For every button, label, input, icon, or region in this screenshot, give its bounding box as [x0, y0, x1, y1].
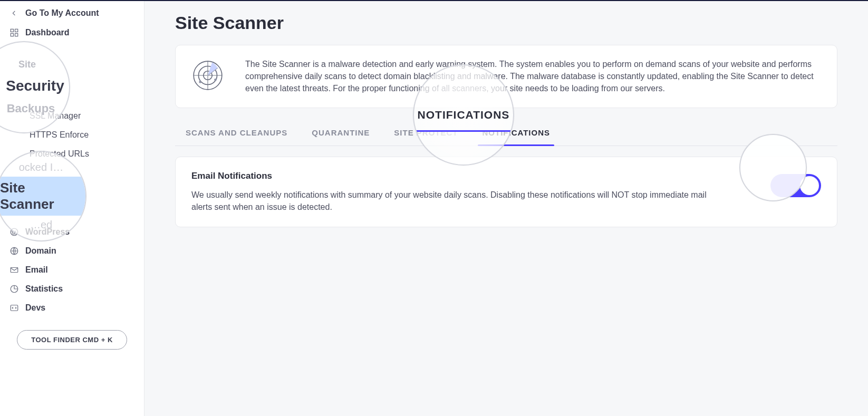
sidebar-spacer — [0, 42, 144, 107]
sidebar-sub-protected-urls[interactable]: Protected URLs — [0, 144, 144, 163]
globe-icon — [9, 246, 19, 256]
sidebar-item-wordpress[interactable]: WordPress — [0, 222, 144, 241]
email-label: Email — [25, 265, 48, 275]
sidebar-item-email[interactable]: Email — [0, 260, 144, 279]
devs-label: Devs — [25, 303, 45, 313]
intro-description: The Site Scanner is a malware detection … — [245, 58, 822, 95]
sidebar-item-speed[interactable]: Speed — [0, 204, 144, 222]
svg-rect-2 — [11, 34, 13, 36]
sidebar-item-domain[interactable]: Domain — [0, 241, 144, 260]
tool-finder-button[interactable]: Tool Finder CMD + K — [17, 330, 127, 350]
tab-notifications[interactable]: Notifications — [482, 120, 550, 146]
sidebar-sub-https-enforce[interactable]: HTTPS Enforce — [0, 125, 144, 144]
page-title: Site Scanner — [175, 13, 837, 33]
email-notifications-toggle[interactable] — [770, 174, 821, 197]
email-notifications-panel: Email Notifications We usually send week… — [175, 157, 837, 227]
scanner-tabs: Scans and Cleanups Quarantine Site Prote… — [175, 120, 837, 146]
sidebar: Go To My Account Dashboard Security SSL … — [0, 1, 144, 416]
pie-chart-icon — [9, 284, 19, 294]
intro-card: The Site Scanner is a malware detection … — [175, 45, 837, 108]
domain-label: Domain — [25, 246, 56, 256]
panel-title: Email Notifications — [191, 171, 719, 181]
main-content: Site Scanner The Site Scanner is a malwa… — [144, 1, 868, 416]
statistics-label: Statistics — [25, 284, 63, 294]
panel-description: We usually send weekly notifications wit… — [191, 189, 719, 213]
grid-icon — [9, 28, 19, 37]
svg-rect-3 — [15, 34, 18, 36]
tab-quarantine[interactable]: Quarantine — [312, 120, 370, 146]
svg-rect-8 — [11, 305, 18, 311]
svg-point-13 — [214, 79, 217, 81]
svg-rect-0 — [11, 29, 13, 32]
svg-rect-6 — [11, 268, 18, 273]
arrow-left-icon — [9, 8, 19, 18]
gauge-icon — [9, 208, 19, 218]
sidebar-item-devs[interactable]: Devs — [0, 298, 144, 317]
back-to-account-link[interactable]: Go To My Account — [0, 7, 144, 23]
tab-site-protect[interactable]: Site Protect — [394, 120, 458, 146]
wordpress-label: WordPress — [25, 227, 70, 237]
wordpress-icon — [9, 227, 19, 237]
dashboard-label: Dashboard — [25, 28, 70, 37]
back-label: Go To My Account — [25, 8, 99, 18]
radar-icon — [190, 58, 225, 93]
toggle-knob — [800, 176, 819, 195]
tab-scans-and-cleanups[interactable]: Scans and Cleanups — [186, 120, 287, 146]
sidebar-item-statistics[interactable]: Statistics — [0, 279, 144, 298]
mail-icon — [9, 265, 19, 275]
code-icon — [9, 303, 19, 313]
sidebar-sub-ssl-manager[interactable]: SSL Manager — [0, 107, 144, 125]
svg-rect-1 — [15, 29, 18, 32]
svg-point-12 — [199, 81, 201, 83]
